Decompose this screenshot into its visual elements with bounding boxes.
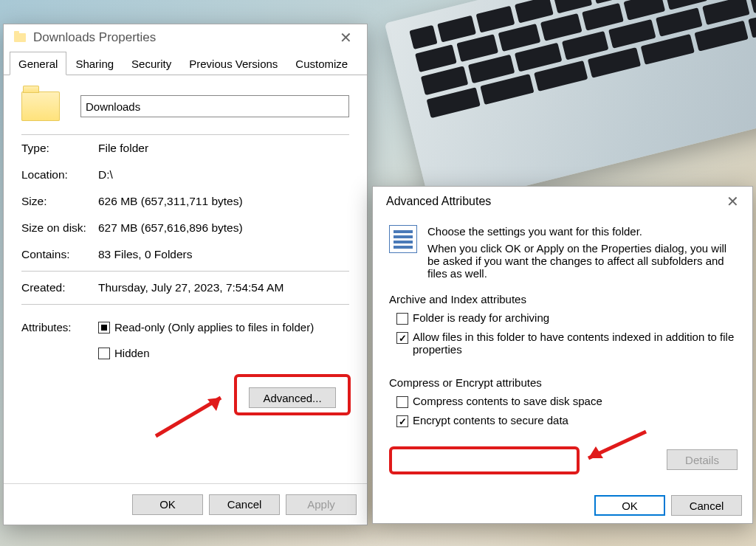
annotation-arrow-to-advanced — [150, 389, 238, 442]
attributes-label: Attributes: — [21, 321, 98, 334]
advanced-intro-2: When you click OK or Apply on the Proper… — [427, 242, 739, 280]
attributes-icon — [389, 225, 417, 253]
location-label: Location: — [21, 168, 98, 182]
folder-icon — [14, 33, 26, 42]
tab-customize[interactable]: Customize — [286, 52, 357, 75]
section-compress-title: Compress or Encrypt attributes — [389, 376, 739, 389]
archive-label: Folder is ready for archiving — [413, 311, 549, 324]
archive-checkbox[interactable] — [396, 313, 408, 325]
ok-button[interactable]: OK — [132, 494, 203, 515]
encrypt-checkbox[interactable] — [396, 415, 408, 427]
encrypt-label: Encrypt contents to secure data — [413, 414, 568, 426]
location-value: D:\ — [98, 168, 349, 182]
window-title: Downloads Properties — [33, 30, 156, 45]
details-button[interactable]: Details — [667, 449, 738, 470]
readonly-checkbox[interactable] — [98, 322, 110, 334]
tab-security[interactable]: Security — [123, 52, 180, 75]
svg-marker-0 — [207, 398, 221, 411]
contains-label: Contains: — [21, 248, 98, 261]
section-archive-title: Archive and Index attributes — [389, 293, 739, 305]
advanced-title: Advanced Attributes — [386, 195, 491, 208]
advanced-footer: OK Cancel — [373, 488, 752, 523]
folder-name-input[interactable] — [80, 95, 349, 117]
cancel-button[interactable]: Cancel — [209, 494, 280, 515]
created-value: Thursday, July 27, 2023, 7:54:54 AM — [98, 281, 349, 294]
properties-titlebar[interactable]: Downloads Properties ✕ — [4, 24, 367, 51]
type-value: File folder — [98, 142, 349, 155]
tab-general[interactable]: General — [10, 52, 66, 75]
properties-tabs: General Sharing Security Previous Versio… — [4, 51, 367, 75]
advanced-attributes-window: Advanced Attributes ✕ Choose the setting… — [372, 186, 753, 524]
cancel-button[interactable]: Cancel — [671, 495, 742, 516]
close-icon[interactable]: ✕ — [722, 193, 743, 210]
contains-value: 83 Files, 0 Folders — [98, 248, 349, 261]
ok-button[interactable]: OK — [594, 495, 665, 516]
created-label: Created: — [21, 281, 98, 294]
desktop-background: Downloads Properties ✕ General Sharing S… — [0, 0, 756, 546]
annotation-encrypt-highlight — [389, 446, 580, 474]
hidden-checkbox[interactable] — [98, 348, 110, 359]
sizeondisk-value: 627 MB (657,616,896 bytes) — [98, 221, 349, 235]
svg-marker-1 — [588, 446, 603, 458]
tab-previous-versions[interactable]: Previous Versions — [180, 52, 286, 75]
size-value: 626 MB (657,311,711 bytes) — [98, 195, 349, 208]
tab-sharing[interactable]: Sharing — [66, 52, 123, 75]
readonly-label: Read-only (Only applies to files in fold… — [114, 321, 314, 334]
sizeondisk-label: Size on disk: — [21, 221, 98, 235]
apply-button[interactable]: Apply — [286, 494, 357, 515]
advanced-intro-1: Choose the settings you want for this fo… — [427, 225, 739, 238]
advanced-button[interactable]: Advanced... — [249, 387, 336, 408]
compress-checkbox[interactable] — [396, 396, 408, 408]
index-label: Allow files in this folder to have conte… — [413, 331, 739, 356]
compress-label: Compress contents to save disk space — [413, 395, 602, 407]
type-label: Type: — [21, 142, 98, 155]
annotation-arrow-to-encrypt — [578, 427, 652, 469]
properties-footer: OK Cancel Apply — [4, 483, 367, 525]
hidden-label: Hidden — [114, 347, 150, 359]
properties-window: Downloads Properties ✕ General Sharing S… — [3, 24, 368, 525]
advanced-titlebar[interactable]: Advanced Attributes ✕ — [373, 187, 752, 216]
close-icon[interactable]: ✕ — [335, 29, 357, 46]
laptop-decoration — [385, 0, 756, 210]
index-checkbox[interactable] — [396, 332, 408, 344]
folder-large-icon — [21, 91, 60, 121]
size-label: Size: — [21, 195, 98, 208]
